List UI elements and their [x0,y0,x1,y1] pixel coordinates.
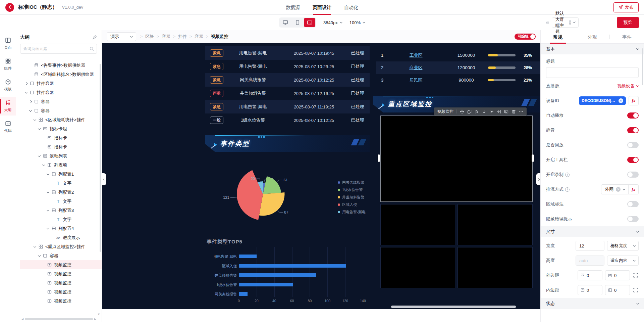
collapse-left-panel-handle[interactable] [102,173,106,185]
live-source-select[interactable]: 视频设备 [617,83,639,89]
energy-ranking-widget[interactable]: 1工业区150000035%2商业区120000028%3居民区90000021… [376,49,540,86]
tree-item[interactable]: 挂件容器 [20,88,102,97]
padding-vertical-input[interactable]: 0 [578,285,602,295]
padding-advanced-button[interactable] [633,287,639,293]
mobile-device-button[interactable] [292,18,303,27]
canvas-horizontal-scrollbar[interactable] [391,306,516,308]
tree-item[interactable]: 视频监控 [20,287,102,296]
area-name-link[interactable]: 商业区 [387,65,444,71]
padding-horizontal-input[interactable]: 0 [605,285,630,295]
toggle-off[interactable] [627,172,639,178]
chevron-right-icon[interactable] [29,100,32,103]
tree-item[interactable]: 指标卡组 [20,124,102,133]
alarm-row[interactable]: 紧急用电告警-漏电2025-08-07 10:29:25已处理 [205,60,370,73]
alarm-row[interactable]: 严重井盖倾斜告警2025-08-07 12:19:25已处理 [205,87,370,100]
breadcrumb-item[interactable]: 挂件 [178,34,187,40]
ranking-row[interactable]: 3居民区90000021% [376,74,540,86]
resize-handle-right[interactable] [532,154,534,162]
tree-item[interactable]: 视频监控 [20,260,102,269]
legend-item[interactable]: 1级水位告警 [338,187,366,192]
chevron-down-icon[interactable] [29,109,32,111]
ranking-row[interactable]: 2商业区120000028% [376,61,540,74]
search-input[interactable] [23,46,90,51]
chevron-down-icon[interactable] [34,245,36,247]
more-icon[interactable] [519,109,523,114]
section-state[interactable]: 状态 [541,298,644,309]
chevron-down-icon[interactable] [47,227,49,229]
toggle-on[interactable] [627,112,639,119]
bar[interactable] [239,255,257,258]
toggle-off[interactable] [627,142,639,148]
top5-bar-chart[interactable]: 020406080100120140用电告警-漏电区域入侵井盖倾斜告警1级水位告… [206,244,367,305]
tree-item[interactable]: <重点区域监控>挂件 [20,242,102,251]
chevron-down-icon[interactable] [38,154,41,157]
tree-item[interactable]: T文字 [20,215,102,224]
tree-item[interactable]: 列配置1 [20,170,102,179]
delete-icon[interactable] [512,109,516,114]
rail-item-模板[interactable]: 模板 [0,76,16,95]
desktop-device-button[interactable] [280,18,291,27]
chevron-right-icon[interactable] [25,82,28,85]
pin-icon[interactable] [92,35,97,40]
tree-item[interactable]: 容器 [20,251,102,260]
tab-页面设计[interactable]: 页面设计 [313,0,331,15]
bar[interactable] [239,283,293,286]
toggle-off[interactable] [627,216,639,222]
chevron-down-icon[interactable] [34,118,36,121]
bar[interactable] [239,264,346,268]
tree-item[interactable]: 列配置3 [20,206,102,215]
legend-item[interactable]: 区域入侵 [338,202,366,207]
inspector-scrollbar[interactable] [642,48,643,85]
title-input[interactable] [546,67,639,78]
toggle-on[interactable] [627,157,639,163]
clear-icon[interactable]: ✕ [616,187,621,192]
tree-item[interactable]: <区域能耗排名>数据供给器 [20,70,102,79]
tree-item[interactable]: 挂件容器 [20,79,102,88]
bar[interactable] [239,273,316,277]
design-canvas[interactable]: 紧急用电告警-漏电2025-08-07 10:19:45已处理紧急用电告警-漏电… [102,43,540,309]
tree-item[interactable]: <告警事件>数据供给器 [20,61,102,70]
chevron-down-icon[interactable] [47,209,49,211]
toggle-on[interactable] [627,127,639,133]
fx-expression-button[interactable]: fx [629,96,639,105]
breadcrumb-item[interactable]: 容器 [162,34,170,40]
clear-icon[interactable]: ✕ [619,98,623,103]
inspector-tab-外观[interactable]: 外观 [584,30,600,44]
bug-icon[interactable] [475,109,479,114]
tree-item[interactable]: 容器 [20,97,102,106]
scroll-down-arrow[interactable]: ▼ [97,313,100,316]
screenshot-icon[interactable] [504,109,508,114]
alarm-row[interactable]: 紧急用电告警-漏电2025-08-07 11:19:25已处理 [205,100,370,113]
margin-horizontal-input[interactable]: 0 [605,270,630,280]
margin-advanced-button[interactable] [633,272,639,278]
tree-item[interactable]: 容器 [20,106,102,115]
section-size[interactable]: 尺寸 [541,226,644,237]
editable-toggle[interactable]: 可编辑 [515,34,536,40]
tree-item[interactable]: ≫进度展示 [20,233,102,242]
chevron-down-icon[interactable] [38,254,41,257]
tree-item[interactable]: 指标卡 [20,133,102,142]
align-left-icon[interactable] [489,109,494,114]
margin-vertical-input[interactable]: 0 [578,270,602,280]
area-name-link[interactable]: 居民区 [387,77,444,83]
chevron-down-icon[interactable] [47,172,49,175]
tree-item[interactable]: 视频监控 [20,296,102,306]
area-name-link[interactable]: 工业区 [387,52,444,58]
publish-button[interactable]: 发布 [613,2,639,12]
collapse-right-panel-handle[interactable] [536,173,540,185]
ranking-row[interactable]: 1工业区150000035% [376,49,540,61]
preview-button[interactable]: 预览 [617,17,639,28]
tab-自动化[interactable]: 自动化 [344,0,358,15]
outline-search[interactable] [20,44,97,54]
move-icon[interactable] [460,109,464,114]
tree-item[interactable]: 滚动列表 [20,151,102,160]
chevron-down-icon[interactable] [47,190,49,193]
theme-select[interactable]: 默认大屏端主题 ✕ [552,17,579,28]
tree-item[interactable]: 指标卡 [20,142,102,151]
arrow-down-icon[interactable] [482,109,486,114]
event-type-pie-chart[interactable]: 10618712120 [203,155,343,236]
video-player-main[interactable] [380,116,533,202]
video-player-5[interactable] [458,247,533,288]
tree-item[interactable]: 视频监控 [20,269,102,278]
height-mode-select[interactable]: 适应内容 [607,256,639,266]
